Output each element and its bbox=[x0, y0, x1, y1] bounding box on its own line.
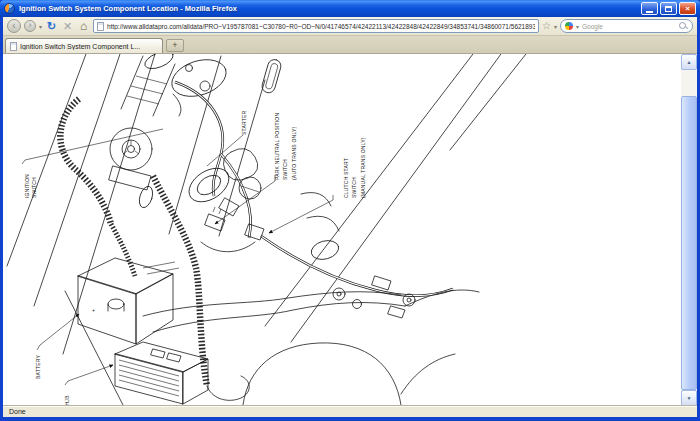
scroll-down-icon: ▼ bbox=[687, 395, 692, 401]
forward-button[interactable]: › bbox=[24, 20, 36, 32]
new-tab-button[interactable]: + bbox=[166, 39, 184, 52]
scroll-down-button[interactable]: ▼ bbox=[681, 390, 697, 406]
tab-bar: Ignition Switch System Component L... + bbox=[3, 36, 697, 53]
tab-ignition-switch[interactable]: Ignition Switch System Component L... bbox=[5, 38, 163, 53]
title-bar: Ignition Switch System Component Locatio… bbox=[0, 0, 700, 17]
firefox-icon bbox=[4, 3, 15, 14]
label-park-neutral-1: PARK NEUTRAL POSITION bbox=[274, 113, 280, 180]
window-bottom-border bbox=[0, 417, 700, 421]
component-location-diagram: + IGNITIO bbox=[3, 54, 681, 405]
label-ignition-switch-2: SWITCH bbox=[31, 177, 37, 198]
window-title: Ignition Switch System Component Locatio… bbox=[19, 4, 641, 13]
search-engine-dropdown-icon[interactable]: ▾ bbox=[576, 23, 579, 30]
scroll-up-button[interactable]: ▲ bbox=[681, 54, 697, 70]
diagram-uhjb bbox=[115, 342, 208, 404]
label-park-neutral-3: (AUTO TRANS ONLY) bbox=[291, 126, 297, 180]
maximize-icon bbox=[665, 6, 672, 12]
label-clutch-start-3: (MANUAL TRANS ONLY) bbox=[360, 137, 366, 198]
diagram-battery: + bbox=[78, 258, 179, 344]
label-ignition-switch: IGNITION bbox=[24, 174, 30, 198]
battery-plus-sign: + bbox=[92, 307, 95, 313]
label-park-neutral-2: SWITCH bbox=[282, 159, 288, 180]
minimize-icon bbox=[646, 11, 653, 13]
diagram-connectors bbox=[205, 207, 415, 318]
bookmark-dropdown-icon[interactable]: ▾ bbox=[554, 23, 557, 30]
maximize-button[interactable] bbox=[660, 2, 677, 15]
label-clutch-start-1: CLUTCH START bbox=[343, 158, 349, 198]
label-clutch-start-2: SWITCH bbox=[351, 177, 357, 198]
minimize-button[interactable] bbox=[641, 2, 658, 15]
diagram-fender bbox=[143, 290, 479, 405]
scrollbar-thumb[interactable] bbox=[681, 96, 697, 390]
vertical-scrollbar[interactable]: ▲ ▼ bbox=[681, 54, 697, 406]
bookmark-star-icon[interactable]: ☆ bbox=[542, 20, 551, 32]
diagram-starter bbox=[183, 161, 239, 216]
refresh-button[interactable]: ↻ bbox=[45, 19, 58, 33]
navigation-toolbar: ‹ › ▾ ↻ ✕ ⌂ http://www.alldatapro.com/al… bbox=[3, 17, 697, 36]
search-input[interactable]: ▾ Google bbox=[560, 19, 693, 33]
browser-window: Ignition Switch System Component Locatio… bbox=[0, 0, 700, 421]
status-text: Done bbox=[3, 408, 26, 415]
status-bar: Done bbox=[3, 405, 697, 417]
home-button[interactable]: ⌂ bbox=[77, 19, 90, 33]
label-starter: STARTER bbox=[241, 111, 247, 135]
scroll-up-icon: ▲ bbox=[687, 59, 692, 65]
history-dropdown-icon[interactable]: ▾ bbox=[39, 23, 42, 30]
page-icon bbox=[97, 22, 104, 31]
diagram-panel-lines bbox=[7, 54, 526, 405]
tab-label: Ignition Switch System Component L... bbox=[20, 43, 140, 50]
close-button[interactable]: × bbox=[679, 2, 696, 15]
stop-button[interactable]: ✕ bbox=[61, 19, 74, 33]
search-icon[interactable] bbox=[679, 22, 688, 31]
search-placeholder: Google bbox=[582, 23, 676, 30]
back-button[interactable]: ‹ bbox=[7, 19, 21, 33]
url-text: http://www.alldatapro.com/alldata/PRO~V1… bbox=[107, 23, 535, 30]
google-engine-icon[interactable] bbox=[565, 22, 573, 30]
label-uhjb: UHJB bbox=[64, 395, 70, 405]
tab-page-icon bbox=[10, 42, 17, 51]
label-battery: BATTERY bbox=[35, 355, 41, 379]
page-content: + IGNITIO bbox=[3, 53, 697, 405]
url-field[interactable]: http://www.alldatapro.com/alldata/PRO~V1… bbox=[93, 19, 539, 33]
